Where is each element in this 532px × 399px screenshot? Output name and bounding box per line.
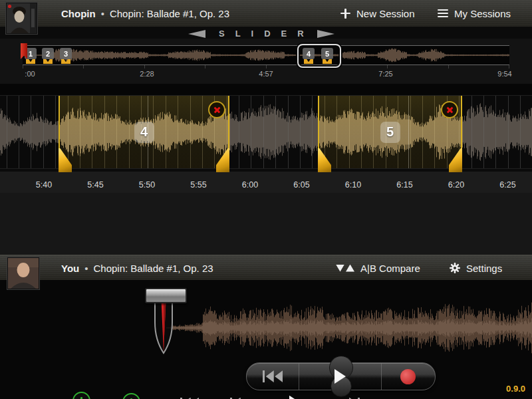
ab-compare-label: A|B Compare (360, 263, 420, 274)
playhead-needle-icon (152, 299, 176, 354)
overview-tick: 4:57 (259, 70, 273, 78)
teacher-bar: Chopin • Chopin: Ballade #1, Op. 23 New … (0, 0, 532, 28)
time-tick: 5:50 (139, 180, 155, 190)
delete-section-icon[interactable] (208, 101, 225, 118)
slider-label: SLIDER (219, 29, 315, 39)
ab-compare-button[interactable]: A|B Compare (336, 255, 420, 281)
gap-zone (0, 84, 532, 95)
overview-marker-5[interactable]: 5 (321, 48, 333, 64)
title-separator: • (101, 8, 104, 19)
title-separator: • (84, 263, 88, 274)
student-name: You (61, 263, 79, 274)
overview-tick: 2:28 (140, 70, 154, 78)
time-tick: 5:55 (190, 180, 206, 190)
overview-tick: 7:25 (378, 70, 392, 78)
student-photo-icon (8, 258, 39, 289)
marker-flag-icon (304, 59, 313, 64)
record-button[interactable] (381, 363, 435, 390)
new-session-label: New Session (356, 8, 415, 19)
marker-number: 5 (321, 48, 333, 59)
marker-flag-icon (26, 59, 35, 64)
section-start-flag[interactable] (59, 148, 72, 172)
chopin-portrait-icon (7, 3, 37, 33)
teacher-avatar[interactable] (6, 3, 37, 34)
version-label: 0.9.0 (506, 384, 525, 394)
teacher-name: Chopin (61, 8, 96, 19)
delete-section-icon[interactable] (441, 101, 458, 118)
overview-tick: 9:54 (497, 70, 511, 78)
section-label[interactable]: 4 (134, 122, 154, 143)
overview-marker-2[interactable]: 2 (42, 48, 54, 64)
skip-to-start-icon (263, 370, 283, 382)
overview-ruler: :00 2:28 4:57 7:25 9:54 (23, 65, 509, 81)
recording-transport (246, 362, 436, 390)
controls-band: Drag n Drop Playback Mode (0, 193, 532, 255)
section-label[interactable]: 5 (380, 122, 400, 143)
section-end-flag[interactable] (216, 148, 229, 172)
marker-flag-icon (323, 59, 332, 64)
overview-marker-3[interactable]: 3 (60, 48, 72, 64)
student-avatar[interactable] (7, 257, 39, 289)
overview-waveform[interactable] (23, 47, 509, 64)
main-waveform-panel[interactable]: 4 5 (0, 95, 532, 169)
piece-name: Chopin: Ballade #1, Op. 23 (93, 263, 213, 274)
plus-icon (340, 9, 350, 19)
app-root: Chopin • Chopin: Ballade #1, Op. 23 New … (0, 0, 532, 399)
settings-label: Settings (466, 263, 502, 274)
play-icon (289, 396, 301, 399)
new-session-button[interactable]: New Session (340, 0, 415, 27)
section-start-flag[interactable] (318, 148, 331, 172)
rec-play-button[interactable] (299, 363, 380, 390)
menu-icon (438, 9, 448, 18)
student-bar: You • Chopin: Ballade #1, Op. 23 A|B Com… (0, 255, 532, 282)
marker-number: 4 (303, 48, 315, 59)
time-tick: 6:00 (242, 180, 258, 190)
section-region-5[interactable]: 5 (318, 96, 462, 168)
recording-scrub-handle[interactable] (145, 288, 187, 303)
time-tick: 6:20 (448, 180, 464, 190)
marker-number: 3 (60, 48, 72, 59)
recording-waveform[interactable] (166, 301, 532, 355)
play-icon (334, 369, 346, 384)
time-tick: 6:10 (345, 180, 361, 190)
recording-zone: Recording 2 Jun 1, 2017 • 11:33 PM Recor… (0, 280, 532, 399)
marker-flag-icon (43, 59, 53, 64)
time-tick: 5:40 (36, 180, 52, 190)
my-sessions-label: My Sessions (454, 8, 511, 19)
section-end-flag[interactable] (449, 148, 462, 172)
gear-icon (450, 263, 460, 273)
time-tick: 6:25 (499, 180, 515, 190)
marker-flag-icon (61, 59, 70, 64)
ab-compare-icon (336, 265, 354, 272)
marker-number: 2 (42, 48, 54, 59)
time-tick: 6:15 (396, 180, 412, 190)
section-region-4[interactable]: 4 (59, 96, 229, 168)
record-icon (400, 369, 416, 384)
overview-strip[interactable]: 1 2 3 4 5 (23, 45, 509, 65)
time-tick: 6:05 (293, 180, 309, 190)
overview-minor-ticks (23, 65, 509, 68)
settings-button[interactable]: Settings (450, 255, 502, 281)
student-session-title: You • Chopin: Ballade #1, Op. 23 (61, 255, 213, 281)
session-title: Chopin • Chopin: Ballade #1, Op. 23 (61, 0, 229, 27)
time-tick: 5:45 (87, 180, 103, 190)
overview-tick: :00 (25, 70, 35, 78)
my-sessions-button[interactable]: My Sessions (438, 0, 511, 27)
piece-name: Chopin: Ballade #1, Op. 23 (110, 8, 229, 19)
recording-playhead[interactable] (152, 299, 176, 357)
rec-skip-to-start-button[interactable] (247, 363, 299, 390)
overview-marker-4[interactable]: 4 (303, 48, 315, 64)
